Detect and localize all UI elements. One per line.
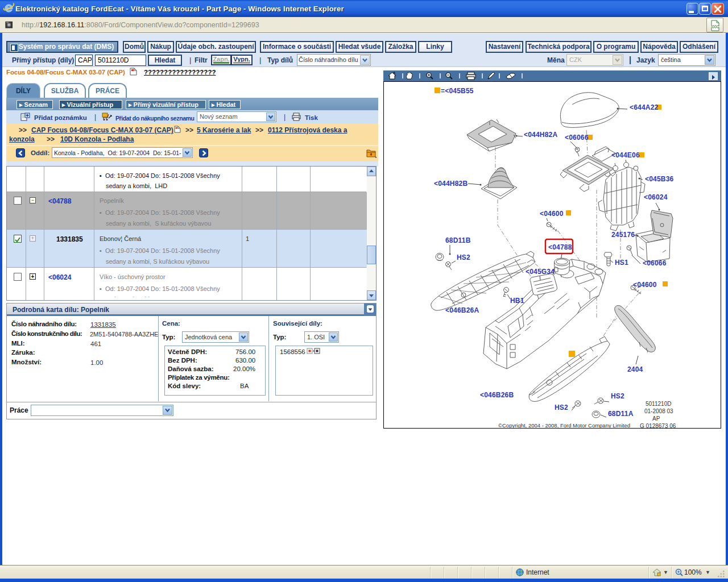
svg-text:©Copyright, 2004 - 2008, Ford: ©Copyright, 2004 - 2008, Ford Motor Comp… (498, 422, 630, 428)
svg-text:245176: 245176 (611, 231, 635, 239)
svg-text:2404: 2404 (627, 365, 643, 373)
svg-text:<044H82B: <044H82B (434, 180, 468, 188)
svg-text:<04600: <04600 (633, 281, 657, 289)
svg-text:HS1: HS1 (615, 259, 628, 267)
svg-text:01-2008 03: 01-2008 03 (644, 408, 673, 414)
svg-text:<045G34: <045G34 (526, 268, 555, 276)
svg-text:HB1: HB1 (510, 297, 524, 305)
svg-text:HS2: HS2 (457, 253, 470, 261)
svg-text:=<045B55: =<045B55 (441, 87, 474, 95)
svg-text:<04788: <04788 (548, 243, 572, 251)
svg-text:68D11A: 68D11A (608, 410, 634, 418)
svg-text:HS2: HS2 (555, 404, 568, 411)
svg-text:<044H82A: <044H82A (524, 131, 557, 139)
svg-text:5011210D: 5011210D (646, 401, 671, 407)
svg-text:G 0128673 06: G 0128673 06 (640, 423, 676, 428)
svg-text:<044E06: <044E06 (611, 151, 640, 159)
svg-text:<644A22: <644A22 (630, 103, 659, 111)
svg-text:<046B26A: <046B26A (445, 306, 479, 314)
svg-text:<04600: <04600 (540, 210, 564, 218)
svg-text:<045B36: <045B36 (645, 175, 674, 183)
svg-text:<06066: <06066 (643, 259, 667, 267)
svg-text:68D11B: 68D11B (445, 236, 471, 244)
svg-text:AP: AP (652, 415, 660, 422)
svg-text:<06066: <06066 (565, 134, 589, 142)
svg-text:HS2: HS2 (611, 392, 624, 400)
svg-text:<06024: <06024 (644, 193, 668, 201)
svg-text:<046B26B: <046B26B (480, 391, 514, 399)
